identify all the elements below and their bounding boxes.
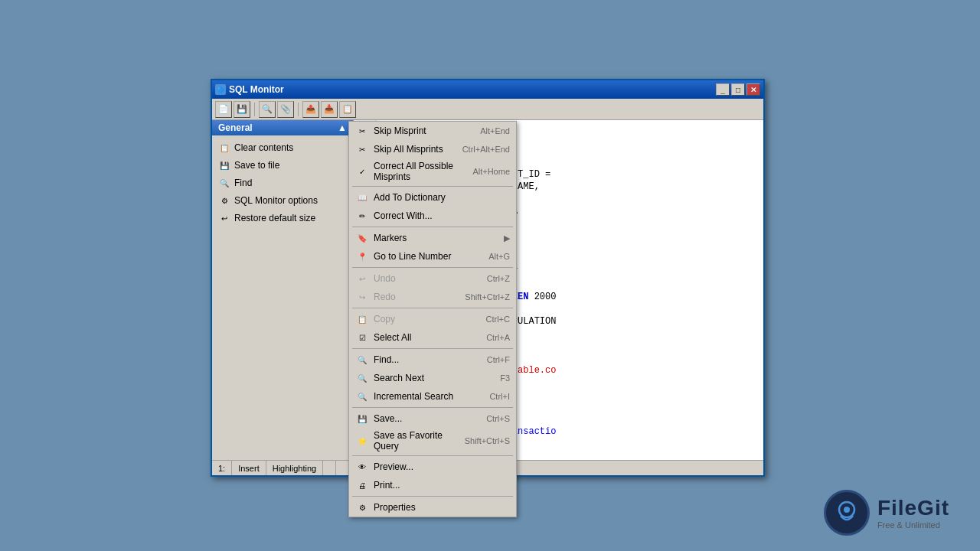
ctx-sep-5 [352,348,513,349]
ctx-add-dictionary[interactable]: 📖 Add To Dictionary [349,188,516,207]
ctx-save[interactable]: 💾 Save... Ctrl+S [349,409,516,428]
ctx-sep-3 [352,267,513,268]
find-icon: 🔍 [355,353,369,367]
panel-collapse-icon[interactable]: ▲ [338,122,347,133]
filegit-text: FileGit Free & Unlimited [877,496,949,530]
ctx-markers[interactable]: 🔖 Markers ▶ [349,229,516,247]
ctx-copy: 📋 Copy Ctrl+C [349,310,516,328]
clear-label: Clear contents [234,142,293,153]
print-icon: 🖨 [355,478,369,492]
ctx-correct-with-label: Correct With... [374,210,505,221]
ctx-skip-misprint[interactable]: ✂ Skip Misprint Alt+End [349,122,516,140]
ctx-sep-4 [352,308,513,308]
ctx-print-label: Print... [374,480,505,491]
ctx-save-favorite[interactable]: ⭐ Save as Favorite Query Shift+Ctrl+S [349,428,516,454]
ctx-markers-label: Markers [374,233,499,243]
options-icon: ⚙ [218,194,230,207]
toolbar-save-button[interactable]: 💾 [234,101,250,118]
ctx-incremental-search-label: Incremental Search [374,391,485,402]
toolbar-search-button[interactable]: 🔍 [259,101,276,118]
ctx-goto-line[interactable]: 📍 Go to Line Number Alt+G [349,247,516,266]
options-item[interactable]: ⚙ SQL Monitor options [215,193,350,208]
ctx-undo-shortcut: Ctrl+Z [487,274,510,283]
filegit-name: FileGit [877,496,949,520]
toolbar-separator-1 [254,103,255,116]
highlight-info: Highlighting [266,461,323,475]
ctx-find[interactable]: 🔍 Find... Ctrl+F [349,350,516,369]
toolbar-new-button[interactable]: 📄 [215,101,232,118]
filegit-tagline: Free & Unlimited [877,520,949,530]
search-next-icon: 🔍 [355,371,369,385]
ctx-sep-7 [352,455,513,456]
maximize-button[interactable]: □ [731,83,745,96]
ctx-print[interactable]: 🖨 Print... [349,476,516,494]
ctx-skip-all-misprints[interactable]: ✂ Skip All Misprints Ctrl+Alt+End [349,140,516,158]
toolbar-download-button[interactable]: 📥 [321,101,338,118]
find-item[interactable]: 🔍 Find [215,175,350,191]
panel-title: General [218,122,253,133]
minimize-button[interactable]: _ [716,83,730,96]
correct-with-icon: ✏ [355,209,369,223]
context-menu: ✂ Skip Misprint Alt+End ✂ Skip All Mispr… [348,121,517,517]
select-all-icon: ☑ [355,331,369,344]
panel-items: 📋 Clear contents 💾 Save to file 🔍 Find ⚙… [212,135,353,230]
restore-label: Restore default size [234,213,315,223]
title-bar: 🔷 SQL Monitor _ □ ✕ [212,80,763,99]
ctx-correct-all-label: Correct All Possible Misprints [374,161,468,182]
ctx-redo-shortcut: Shift+Ctrl+Z [465,292,510,302]
ctx-redo-label: Redo [374,292,460,302]
ctx-select-all-label: Select All [374,332,482,343]
ctx-undo-label: Undo [374,273,482,284]
clear-contents-item[interactable]: 📋 Clear contents [215,140,350,155]
find-label: Find [234,178,252,188]
save-fav-icon: ⭐ [355,434,369,448]
save-to-file-item[interactable]: 💾 Save to file [215,158,350,173]
toolbar-attach-button[interactable]: 📎 [277,101,294,118]
title-controls: _ □ ✕ [716,83,760,96]
filegit-logo [824,490,870,536]
redo-icon: ↪ [355,290,369,304]
ctx-search-next-shortcut: F3 [500,373,510,383]
ctx-sep-1 [352,186,513,187]
ctx-properties-label: Properties [374,502,505,513]
ctx-correct-all-shortcut: Alt+Home [472,167,510,176]
window-title: SQL Monitor [229,84,284,95]
properties-icon: ⚙ [355,500,369,514]
ctx-skip-misprint-shortcut: Alt+End [480,126,510,135]
save-label: Save to file [234,160,279,171]
title-bar-left: 🔷 SQL Monitor [215,84,284,95]
goto-line-icon: 📍 [355,249,369,263]
ctx-redo: ↪ Redo Shift+Ctrl+Z [349,288,516,306]
clear-icon: 📋 [218,142,230,154]
ctx-copy-shortcut: Ctrl+C [486,315,510,324]
save-icon: 💾 [355,412,369,425]
toolbar-copy-button[interactable]: 📋 [339,101,356,118]
ctx-undo: ↩ Undo Ctrl+Z [349,269,516,288]
svg-point-1 [844,507,850,513]
ctx-select-all[interactable]: ☑ Select All Ctrl+A [349,328,516,347]
ctx-search-next[interactable]: 🔍 Search Next F3 [349,369,516,387]
ctx-goto-line-label: Go to Line Number [374,251,484,262]
toolbar-upload-button[interactable]: 📤 [302,101,319,118]
toolbar-separator-2 [298,103,299,116]
filegit-logo-svg [833,499,861,527]
copy-icon: 📋 [355,312,369,326]
ctx-correct-all[interactable]: ✓ Correct All Possible Misprints Alt+Hom… [349,158,516,184]
ctx-sep-8 [352,496,513,497]
filegit-watermark: FileGit Free & Unlimited [824,490,949,536]
ctx-preview[interactable]: 👁 Preview... [349,458,516,476]
incremental-search-icon: 🔍 [355,390,369,403]
correct-all-icon: ✓ [355,165,369,178]
restore-item[interactable]: ↩ Restore default size [215,210,350,226]
ctx-preview-label: Preview... [374,461,505,472]
ctx-correct-with[interactable]: ✏ Correct With... [349,207,516,225]
ctx-save-label: Save... [374,413,482,424]
ctx-goto-line-shortcut: Alt+G [488,252,510,261]
find-icon: 🔍 [218,177,230,189]
skip-all-icon: ✂ [355,142,369,156]
ctx-save-fav-label: Save as Favorite Query [374,430,460,452]
close-button[interactable]: ✕ [746,83,760,96]
ctx-properties[interactable]: ⚙ Properties [349,498,516,517]
left-panel: General ▲ 📋 Clear contents 💾 Save to fil… [212,120,354,460]
ctx-incremental-search[interactable]: 🔍 Incremental Search Ctrl+I [349,387,516,406]
